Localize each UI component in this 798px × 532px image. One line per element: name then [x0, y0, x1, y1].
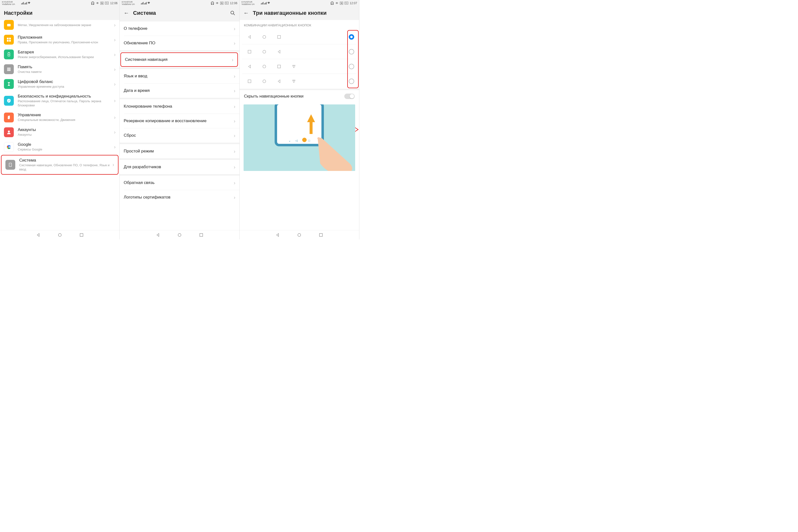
nav-back-icon[interactable] — [276, 233, 280, 237]
nav-recent-icon[interactable] — [79, 233, 84, 237]
nav-recent-icon[interactable] — [319, 233, 323, 237]
row-about[interactable]: О телефоне› — [120, 21, 239, 36]
nfc-icon: N — [100, 2, 104, 5]
nav-home-icon[interactable] — [58, 233, 62, 237]
hourglass-icon — [6, 81, 11, 87]
nav-combo-list — [240, 30, 359, 89]
svg-point-17 — [178, 233, 181, 236]
row-clone[interactable]: Клонирование телефона› — [120, 99, 239, 114]
combo-row-4[interactable] — [242, 74, 357, 89]
battery-icon: 51 — [105, 2, 109, 4]
chevron-right-icon: › — [114, 52, 116, 57]
svg-point-31 — [298, 233, 301, 236]
swipe-up-arrow-icon — [307, 114, 315, 122]
chevron-right-icon: › — [114, 81, 116, 87]
svg-rect-1 — [7, 38, 8, 39]
svg-rect-6 — [8, 52, 10, 53]
page-title: Три навигационные кнопки — [253, 10, 355, 16]
circle-icon — [262, 35, 267, 39]
row-manage[interactable]: УправлениеСпециальные возможности, Движе… — [0, 110, 119, 125]
svg-rect-3 — [7, 40, 8, 42]
back-button[interactable]: ← — [124, 10, 129, 16]
row-reset[interactable]: Сброс› — [120, 128, 239, 142]
chevron-right-icon: › — [114, 144, 116, 150]
eye-icon: 👁 — [96, 1, 99, 5]
nav-back-icon[interactable] — [36, 233, 40, 237]
svg-rect-2 — [9, 38, 11, 39]
row-feedback[interactable]: Обратная связь› — [120, 176, 239, 190]
nav-back-icon[interactable] — [156, 233, 160, 237]
combo-row-2[interactable] — [242, 44, 357, 59]
row-dev[interactable]: Для разработчиков› — [120, 160, 239, 174]
shield-icon — [6, 98, 11, 103]
svg-rect-4 — [9, 40, 11, 42]
nav-home-icon[interactable] — [177, 233, 182, 237]
storage-icon — [6, 67, 11, 72]
row-battery[interactable]: БатареяРежим энергосбережения, Использов… — [0, 47, 119, 62]
chevron-right-icon: › — [114, 37, 116, 43]
row-hide-nav[interactable]: Скрыть навигационные кнопки — [240, 90, 359, 102]
row-cert[interactable]: Логотипы сертификатов› — [120, 190, 239, 205]
nav-home-icon[interactable] — [297, 233, 302, 237]
chevron-down-icon: ⌄ — [288, 139, 291, 142]
svg-point-22 — [263, 50, 266, 53]
svg-rect-18 — [200, 233, 203, 236]
chevron-right-icon: › — [113, 162, 114, 168]
row-google[interactable]: GoogleСервисы Google › — [0, 140, 119, 154]
screen-three-nav-buttons: KYIVSTAR Vodafone UA 🎧👁 N 51 12:07 ← Три… — [240, 0, 359, 240]
system-icon — [8, 162, 13, 167]
screen-system: KYIVSTAR Vodafone UA 🎧👁 N 51 12:06 ← Сис… — [120, 0, 240, 240]
chevron-right-icon: › — [114, 22, 116, 28]
back-button[interactable]: ← — [244, 10, 249, 16]
svg-point-10 — [8, 131, 10, 133]
triangle-left-icon: ◁ — [295, 139, 298, 142]
nav-recent-icon[interactable] — [199, 233, 204, 237]
statusbar: KYIVSTAR Vodafone UA 🎧👁 N 51 12:06 — [120, 0, 239, 6]
notification-pull-icon — [291, 79, 296, 84]
screen-settings: KYIVSTAR Vodafone UA 🎧 👁 N 51 12:06 Наст… — [0, 0, 120, 240]
svg-line-16 — [233, 14, 235, 15]
clock: 12:06 — [110, 1, 117, 5]
search-icon[interactable] — [230, 10, 235, 16]
row-storage[interactable]: ПамятьОчистка памяти › — [0, 62, 119, 77]
google-icon — [6, 144, 12, 150]
svg-rect-7 — [7, 68, 11, 69]
row-update[interactable]: Обновление ПО› — [120, 36, 239, 50]
circle-icon — [262, 64, 267, 69]
row-system[interactable]: СистемаСистемная навигация, Обновление П… — [1, 155, 118, 175]
chevron-right-icon: › — [114, 98, 116, 103]
statusbar: KYIVSTAR Vodafone UA 🎧 👁 N 51 12:06 — [0, 0, 119, 6]
row-date[interactable]: Дата и время› — [120, 83, 239, 98]
triangle-left-icon — [247, 64, 252, 69]
page-title: Система — [133, 10, 226, 16]
svg-point-13 — [58, 233, 61, 236]
hand-icon — [6, 115, 11, 120]
chevron-right-icon: › — [114, 129, 116, 135]
svg-rect-27 — [248, 80, 251, 83]
row-backup[interactable]: Резервное копирование и восстановление› — [120, 114, 239, 128]
row-lang[interactable]: Язык и ввод› — [120, 69, 239, 83]
row-security[interactable]: Безопасность и конфиденциальностьРаспозн… — [0, 91, 119, 110]
svg-point-12 — [10, 165, 11, 165]
svg-point-28 — [263, 80, 266, 83]
header: Настройки — [0, 6, 119, 20]
row-sysnav[interactable]: Системная навигация› — [120, 53, 238, 67]
carrier2: Vodafone UA — [2, 3, 15, 5]
row-simple[interactable]: Простой режим› — [120, 144, 239, 158]
svg-rect-32 — [320, 233, 322, 236]
svg-rect-8 — [7, 69, 11, 70]
notification-pull-icon — [291, 64, 296, 69]
battery-icon — [6, 52, 11, 57]
row-accounts[interactable]: АккаунтыАккаунты › — [0, 125, 119, 140]
hide-nav-toggle[interactable] — [344, 94, 355, 99]
row-digital-balance[interactable]: Цифровой балансУправление временем досту… — [0, 77, 119, 91]
svg-rect-0 — [7, 24, 11, 26]
combo-row-3[interactable] — [242, 59, 357, 74]
svg-point-23 — [263, 65, 266, 68]
row-notifications-cut[interactable]: Метки, Уведомления на заблокированном эк… — [0, 20, 119, 32]
combo-row-1[interactable] — [242, 30, 357, 44]
hand-icon — [313, 136, 355, 171]
svg-rect-9 — [7, 70, 11, 71]
row-apps[interactable]: ПриложенияПрава, Приложения по умолчанию… — [0, 32, 119, 47]
square-icon — [247, 79, 252, 84]
